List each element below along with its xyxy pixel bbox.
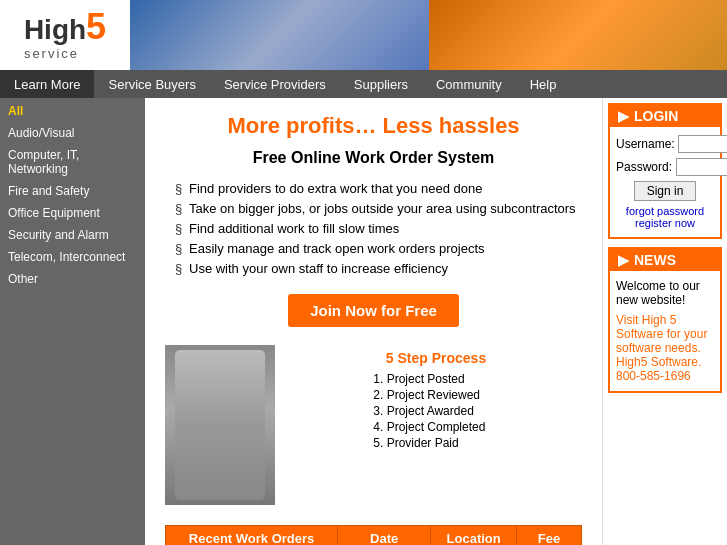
five-step-section: 5 Step Process Project Posted Project Re… (290, 345, 582, 452)
username-row: Username: (616, 135, 714, 153)
step-item: Project Completed (387, 420, 486, 434)
login-form: Username: Password: Sign in forgot passw… (610, 127, 720, 237)
main-content: More profits… Less hassles Free Online W… (145, 98, 602, 545)
step-item: Provider Paid (387, 436, 486, 450)
password-label: Password: (616, 160, 672, 174)
right-sidebar: ▶ LOGIN Username: Password: Sign in forg… (602, 98, 727, 545)
work-orders-table: Recent Work Orders Date Location Fee Ref… (165, 525, 582, 545)
sidebar-item-fire-safety[interactable]: Fire and Safety (0, 180, 145, 202)
header-image-left (130, 0, 429, 70)
nav-item-service-providers[interactable]: Service Providers (210, 70, 340, 98)
news-arrow-icon: ▶ (618, 252, 629, 268)
person-area: 5 Step Process Project Posted Project Re… (165, 345, 582, 505)
login-arrow-icon: ▶ (618, 108, 629, 124)
five-step-title: 5 Step Process (290, 350, 582, 366)
nav-bar: Learn More Service Buyers Service Provid… (0, 70, 727, 98)
main-headline: More profits… Less hassles (165, 113, 582, 139)
col-name: Recent Work Orders (166, 526, 338, 546)
header: High 5 service (0, 0, 727, 70)
password-row: Password: (616, 158, 714, 176)
news-content: Welcome to our new website! Visit High 5… (610, 271, 720, 391)
nav-item-community[interactable]: Community (422, 70, 516, 98)
login-box: ▶ LOGIN Username: Password: Sign in forg… (608, 103, 722, 239)
sidebar-item-security-alarm[interactable]: Security and Alarm (0, 224, 145, 246)
sidebar-item-computer-it[interactable]: Computer, IT, Networking (0, 144, 145, 180)
sidebar-item-audio-visual[interactable]: Audio/Visual (0, 122, 145, 144)
username-label: Username: (616, 137, 674, 151)
body-wrapper: All Audio/Visual Computer, IT, Networkin… (0, 98, 727, 545)
bullet-item: Find providers to do extra work that you… (175, 181, 582, 196)
header-image-right (429, 0, 728, 70)
five-step-list: Project Posted Project Reviewed Project … (387, 372, 486, 452)
bullet-item: Use with your own staff to increase effi… (175, 261, 582, 276)
col-date: Date (338, 526, 431, 546)
step-item: Project Awarded (387, 404, 486, 418)
register-link[interactable]: register now (616, 217, 714, 229)
col-fee: Fee (517, 526, 582, 546)
signin-button[interactable]: Sign in (634, 181, 697, 201)
logo-service: service (24, 46, 106, 61)
news-label: NEWS (634, 252, 676, 268)
logo-high: High (24, 14, 86, 46)
logo-five: 5 (86, 9, 106, 45)
login-title: ▶ LOGIN (610, 105, 720, 127)
login-links: forgot password register now (616, 205, 714, 229)
nav-item-learn-more[interactable]: Learn More (0, 70, 94, 98)
login-label: LOGIN (634, 108, 678, 124)
person-image (165, 345, 275, 505)
col-location: Location (431, 526, 517, 546)
username-input[interactable] (678, 135, 727, 153)
sidebar-item-other[interactable]: Other (0, 268, 145, 290)
nav-item-service-buyers[interactable]: Service Buyers (94, 70, 209, 98)
sidebar-item-office-equipment[interactable]: Office Equipment (0, 202, 145, 224)
news-title: ▶ NEWS (610, 249, 720, 271)
password-input[interactable] (676, 158, 727, 176)
news-link[interactable]: Visit High 5 Software for your software … (616, 313, 707, 383)
logo: High 5 service (0, 0, 130, 70)
bullet-item: Take on bigger jobs, or jobs outside you… (175, 201, 582, 216)
news-welcome: Welcome to our new website! (616, 279, 714, 307)
news-box: ▶ NEWS Welcome to our new website! Visit… (608, 247, 722, 393)
main-subheadline: Free Online Work Order System (165, 149, 582, 167)
sidebar: All Audio/Visual Computer, IT, Networkin… (0, 98, 145, 545)
forgot-password-link[interactable]: forgot password (616, 205, 714, 217)
nav-item-suppliers[interactable]: Suppliers (340, 70, 422, 98)
nav-item-help[interactable]: Help (516, 70, 571, 98)
bullet-item: Find additional work to fill slow times (175, 221, 582, 236)
bullet-list: Find providers to do extra work that you… (175, 181, 582, 276)
bullet-item: Easily manage and track open work orders… (175, 241, 582, 256)
person-image-inner (175, 350, 265, 500)
five-step: 5 Step Process Project Posted Project Re… (290, 350, 582, 452)
join-now-button[interactable]: Join Now for Free (288, 294, 459, 327)
step-item: Project Posted (387, 372, 486, 386)
step-item: Project Reviewed (387, 388, 486, 402)
sidebar-item-all[interactable]: All (0, 100, 145, 122)
sidebar-item-telecom[interactable]: Telecom, Interconnect (0, 246, 145, 268)
